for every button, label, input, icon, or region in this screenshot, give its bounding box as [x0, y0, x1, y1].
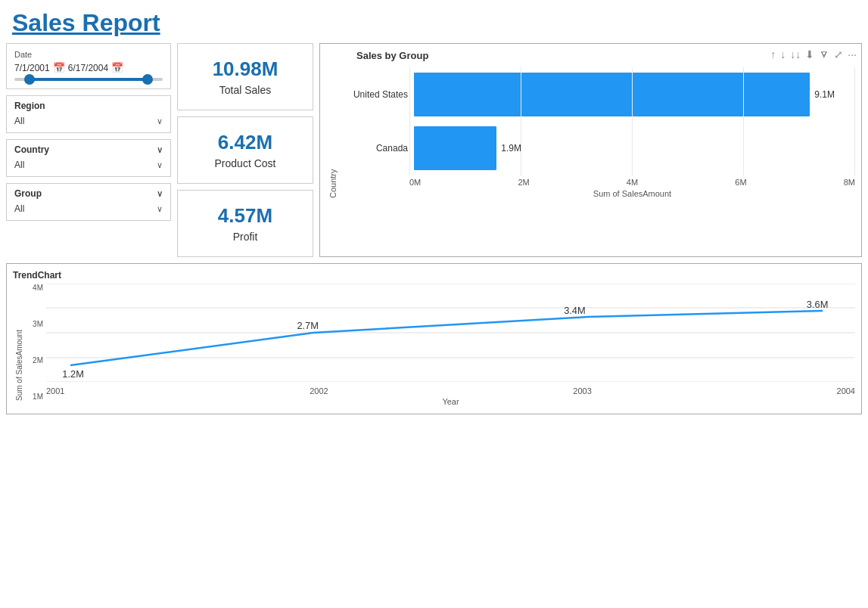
region-filter-label: Region: [14, 101, 163, 111]
svg-text:1.2M: 1.2M: [62, 369, 83, 380]
total-sales-label: Total Sales: [190, 84, 300, 96]
y-axis-label: Country: [326, 67, 340, 198]
country-filter-label: Country ∨: [14, 144, 163, 155]
trend-chart-section: TrendChart Sum of SalesAmount 4M 3M 2M 1…: [6, 263, 862, 414]
bar-row-canada[interactable]: Canada 1.9M: [340, 122, 849, 176]
bar-label-us: United States: [340, 89, 408, 100]
svg-text:3.6M: 3.6M: [807, 299, 828, 310]
svg-text:3.4M: 3.4M: [564, 306, 585, 316]
product-cost-card: 6.42M Product Cost: [177, 116, 313, 184]
group-value-chevron-icon: ∨: [157, 204, 163, 214]
country-label-text: Country: [14, 144, 49, 155]
x-axis-ticks: 0M 2M 4M 6M 8M: [340, 175, 855, 189]
bar-value-us: 9.1M: [814, 89, 835, 100]
trend-svg-container: 1.2M 2.7M 3.4M 3.6M 2001 2002 2003 2004 …: [46, 284, 855, 401]
bar-row-us[interactable]: United States 9.1M: [340, 67, 849, 122]
country-value: All: [14, 160, 24, 170]
region-chevron-icon: ∨: [157, 116, 163, 126]
filter-icon[interactable]: ⛛: [819, 48, 829, 60]
profit-value: 4.57M: [190, 204, 300, 228]
export-icon[interactable]: ⬇: [805, 48, 814, 60]
total-sales-value: 10.98M: [190, 57, 300, 81]
region-value: All: [14, 116, 24, 126]
trend-x-axis-label: Year: [46, 397, 855, 406]
expand-icon[interactable]: ⤢: [834, 48, 843, 60]
calendar-start-icon[interactable]: 📅: [53, 62, 65, 73]
region-filter-card: Region All ∨: [6, 95, 171, 133]
date-start[interactable]: 7/1/2001: [14, 63, 50, 73]
country-filter-card: Country ∨ All ∨: [6, 139, 171, 177]
total-sales-card: 10.98M Total Sales: [177, 43, 313, 110]
trend-chart-title: TrendChart: [13, 270, 855, 281]
calendar-end-icon[interactable]: 📅: [111, 62, 123, 73]
group-filter-label: Group ∨: [14, 188, 163, 199]
group-label-chevron-icon: ∨: [157, 189, 163, 199]
group-dropdown[interactable]: All ∨: [14, 202, 163, 216]
filters-panel: Date 7/1/2001 📅 6/17/2004 📅 Region All ∨: [6, 43, 171, 257]
trend-x-ticks: 2001 2002 2003 2004: [46, 385, 855, 397]
product-cost-label: Product Cost: [190, 157, 300, 169]
svg-text:2.7M: 2.7M: [297, 321, 318, 331]
sort-desc2-icon[interactable]: ↓↓: [790, 48, 801, 60]
region-label-text: Region: [14, 101, 45, 111]
trend-line-svg: 1.2M 2.7M 3.4M 3.6M: [46, 284, 855, 382]
date-slider-right-thumb[interactable]: [142, 74, 153, 85]
date-filter-card: Date 7/1/2001 📅 6/17/2004 📅: [6, 43, 171, 89]
bars-container: United States 9.1M Canada 1.9M: [340, 67, 855, 175]
more-icon[interactable]: ···: [848, 48, 857, 60]
date-range: 7/1/2001 📅 6/17/2004 📅: [14, 62, 163, 73]
chart-toolbar: ↑ ↓ ↓↓ ⬇ ⛛ ⤢ ···: [770, 48, 857, 60]
sort-asc-icon[interactable]: ↑: [770, 48, 776, 60]
trend-y-axis-label: Sum of SalesAmount: [13, 284, 25, 401]
profit-label: Profit: [190, 231, 300, 243]
date-slider-track[interactable]: [14, 78, 163, 81]
trend-y-ticks: 4M 3M 2M 1M: [25, 284, 46, 401]
group-filter-card: Group ∨ All ∨: [6, 183, 171, 221]
product-cost-value: 6.42M: [190, 131, 300, 154]
profit-card: 4.57M Profit: [177, 190, 313, 257]
date-end[interactable]: 6/17/2004: [68, 63, 108, 73]
page-title: Sales Report: [0, 0, 868, 43]
date-filter-label: Date: [14, 50, 163, 59]
country-value-chevron-icon: ∨: [157, 160, 163, 170]
bar-chart-panel: ↑ ↓ ↓↓ ⬇ ⛛ ⤢ ··· Sales by Group Country: [319, 43, 862, 257]
date-slider-fill: [30, 78, 148, 81]
sort-desc-icon[interactable]: ↓: [780, 48, 786, 60]
date-slider-left-thumb[interactable]: [24, 74, 35, 85]
bar-label-canada: Canada: [340, 143, 408, 154]
bar-value-canada: 1.9M: [501, 143, 521, 154]
country-chevron-icon: ∨: [157, 145, 163, 155]
group-value: All: [14, 203, 24, 214]
bar-us: [414, 73, 810, 116]
bar-canada: [414, 126, 496, 170]
country-dropdown[interactable]: All ∨: [14, 158, 163, 172]
kpi-panel: 10.98M Total Sales 6.42M Product Cost 4.…: [177, 43, 313, 257]
region-dropdown[interactable]: All ∨: [14, 114, 163, 128]
x-axis-label: Sum of SalesAmount: [340, 189, 855, 198]
group-label-text: Group: [14, 188, 42, 199]
